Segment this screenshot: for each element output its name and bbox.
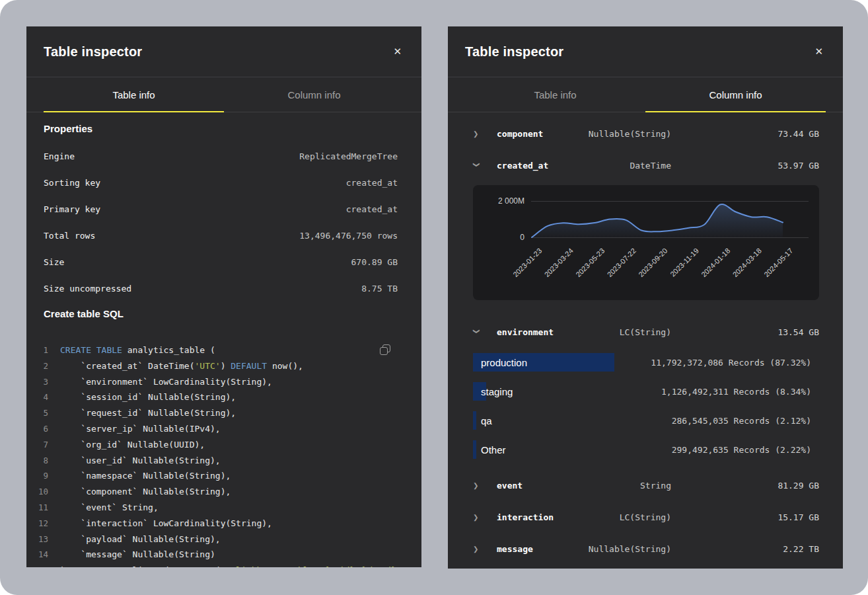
tab-label: Column info (709, 89, 762, 100)
property-label: Total rows (44, 231, 95, 241)
column-row[interactable]: ❯ created_at DateTime 53.97 GB (448, 149, 843, 181)
tab-label: Table info (112, 89, 155, 100)
chevron-down-icon[interactable]: ❯ (473, 328, 480, 337)
column-name: message (497, 544, 589, 554)
value-bar (473, 411, 476, 430)
column-size: 13.54 GB (671, 327, 819, 337)
sql-line-text: `environment` LowCardinality(String), (60, 374, 272, 390)
tab-bar: Table info Column info (26, 77, 421, 112)
column-name: component (497, 129, 589, 139)
sql-line-text: `event` String, (60, 500, 159, 516)
value-distribution-row: production 11,792,372,086 Records (87.32… (473, 348, 843, 377)
column-name: event (497, 481, 640, 491)
sql-token-plain: `component` Nullable(String), (60, 487, 231, 496)
sql-token-plain: `payload` Nullable(String), (60, 534, 221, 544)
line-number: 8 (26, 453, 48, 469)
create-table-sql-heading: Create table SQL (26, 301, 421, 321)
sql-line-text: ) ENGINE = ReplicatedMergeTree('/clickho… (60, 563, 406, 567)
column-row[interactable]: ❯ environment LC(String) 13.54 GB (448, 316, 843, 348)
property-row: Size 670.89 GB (26, 249, 421, 275)
property-value: 13,496,476,750 rows (299, 231, 398, 241)
sql-code-lines: 1 CREATE TABLE analytics_table ( 2 `crea… (26, 342, 421, 567)
property-label: Sorting key (44, 178, 100, 188)
copy-icon[interactable] (379, 343, 392, 356)
sql-line-text: `org_id` Nullable(UUID), (60, 437, 205, 453)
sql-token-plain: `interaction` LowCardinality(String), (60, 518, 272, 528)
x-axis-tick-label: 2023-03-24 (543, 247, 575, 278)
screenshot-canvas: Table inspector ✕ Table info Column info… (0, 0, 868, 595)
chevron-right-icon[interactable]: ❯ (473, 545, 482, 553)
property-row: Size uncompressed 8.75 TB (26, 275, 421, 301)
column-size: 53.97 GB (671, 161, 819, 171)
column-row[interactable]: ❯ interaction LC(String) 15.17 GB (448, 501, 843, 533)
value-distribution-list: production 11,792,372,086 Records (87.32… (448, 348, 843, 464)
column-size: 15.17 GB (671, 512, 819, 522)
sql-line: 14 `message` Nullable(String) (26, 547, 421, 563)
column-row[interactable]: ❯ message Nullable(String) 2.22 TB (448, 533, 843, 565)
tab-label: Table info (534, 89, 576, 100)
x-axis-tick-label: 2024-05-17 (762, 247, 794, 278)
copy-icon-front-square (380, 347, 388, 355)
sql-line-text: `request_id` Nullable(String), (60, 405, 236, 421)
column-size: 73.44 GB (671, 129, 819, 139)
property-row: Engine ReplicatedMergeTree (26, 143, 421, 169)
chevron-right-icon[interactable]: ❯ (473, 482, 482, 489)
line-number: 11 (26, 500, 48, 516)
close-icon[interactable]: ✕ (390, 44, 404, 60)
sql-line: 3 `environment` LowCardinality(String), (26, 374, 421, 390)
tab-column-info[interactable]: Column info (224, 77, 404, 112)
property-row: Total rows 13,496,476,750 rows (26, 222, 421, 249)
chevron-right-icon[interactable]: ❯ (473, 130, 482, 138)
value-records-stat: 11,792,372,086 Records (87.32%) (651, 358, 811, 368)
value-bar (473, 440, 476, 459)
property-value: 670.89 GB (351, 257, 398, 267)
x-axis-tick-label: 2023-07-22 (606, 247, 637, 278)
line-number: 9 (26, 468, 48, 484)
sql-line: 1 CREATE TABLE analytics_table ( (26, 342, 421, 358)
column-name: interaction (497, 512, 620, 522)
sql-line: 7 `org_id` Nullable(UUID), (26, 437, 421, 453)
value-records-stat: 1,126,492,311 Records (8.34%) (661, 387, 811, 397)
sql-token-plain: `namespace` Nullable(String), (60, 471, 231, 481)
chevron-right-icon[interactable]: ❯ (473, 514, 482, 521)
sql-line: 12 `interaction` LowCardinality(String), (26, 516, 421, 532)
created-at-distribution-chart-card: 2 000M02023-01-232023-03-242023-05-23202… (473, 185, 819, 300)
sql-token-plain: `created_at` DateTime( (60, 361, 195, 371)
properties-list: Engine ReplicatedMergeTree Sorting key c… (26, 143, 421, 301)
column-type: LC(String) (620, 327, 671, 337)
property-value: 8.75 TB (361, 284, 398, 294)
column-type: Nullable(String) (589, 129, 671, 139)
column-name: environment (497, 327, 620, 337)
sql-token-kw: CREATE TABLE (60, 345, 122, 355)
sql-line-text: CREATE TABLE analytics_table ( (60, 342, 215, 358)
value-label: qa (481, 415, 492, 426)
tab-table-info[interactable]: Table info (44, 77, 224, 112)
sql-line-text: `user_id` Nullable(String), (60, 453, 221, 469)
column-type: Nullable(String) (589, 544, 671, 554)
sql-line-text: `payload` Nullable(String), (60, 532, 221, 547)
sql-line: 5 `request_id` Nullable(String), (26, 405, 421, 421)
sql-token-plain: analytics_table ( (122, 345, 215, 355)
sql-line-text: `created_at` DateTime('UTC') DEFAULT now… (60, 358, 303, 374)
chevron-down-icon[interactable]: ❯ (473, 161, 480, 171)
sql-token-plain: `user_id` Nullable(String), (60, 456, 221, 465)
sql-token-plain: `environment` LowCardinality(String), (60, 377, 272, 387)
column-row[interactable]: ❯ event String 81.29 GB (448, 469, 843, 501)
property-label: Engine (44, 151, 75, 161)
line-number: 6 (26, 421, 48, 437)
tab-column-info[interactable]: Column info (645, 77, 826, 112)
value-label: production (481, 357, 527, 368)
sql-line-text: `message` Nullable(String) (60, 547, 215, 563)
property-label: Primary key (44, 204, 100, 214)
value-label: Other (481, 444, 506, 456)
line-number: 4 (26, 389, 48, 405)
value-distribution-row: qa 286,545,035 Records (2.12%) (473, 406, 843, 435)
close-icon[interactable]: ✕ (812, 44, 826, 60)
sql-line-text: `namespace` Nullable(String), (60, 468, 231, 484)
column-row[interactable]: ❯ component Nullable(String) 73.44 GB (448, 118, 843, 149)
x-axis-tick-label: 2023-01-23 (511, 247, 543, 278)
tab-table-info[interactable]: Table info (465, 77, 645, 112)
sql-line: 8 `user_id` Nullable(String), (26, 453, 421, 469)
column-name: created_at (497, 161, 630, 171)
value-records-stat: 299,492,635 Records (2.22%) (672, 445, 811, 455)
